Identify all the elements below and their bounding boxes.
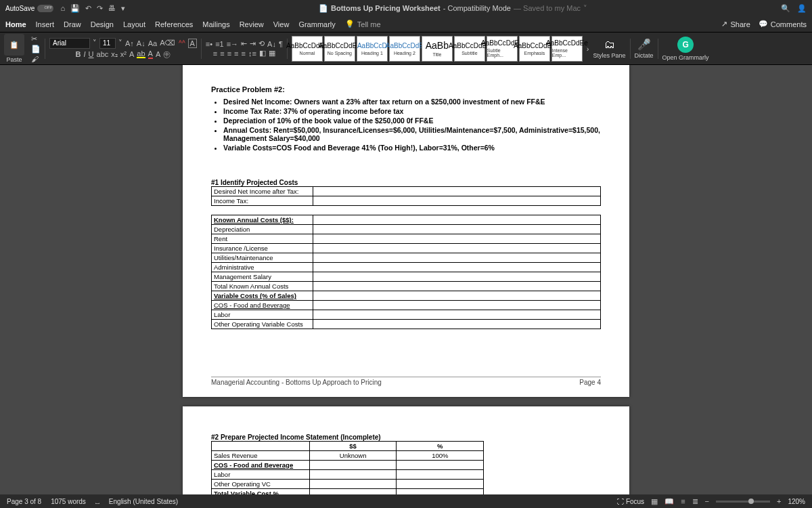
char-shading-icon[interactable]: A [156, 50, 160, 58]
sort-icon[interactable]: A↓ [267, 40, 276, 48]
bullet-list: Desired Net Income: Owners want a 23% af… [223, 98, 601, 152]
tab-grammarly[interactable]: Grammarly [298, 20, 335, 28]
subscript-icon[interactable]: x₂ [111, 50, 118, 59]
shading-icon[interactable]: ◧ [259, 49, 266, 58]
autosave-toggle[interactable]: AutoSave [5, 5, 53, 12]
zoom-out-icon[interactable]: − [705, 497, 709, 505]
undo-icon[interactable]: ↶ [85, 4, 91, 13]
tab-home[interactable]: Home [5, 20, 26, 28]
practice-title: Practice Problem #2: [211, 85, 601, 93]
save-icon[interactable]: 💾 [70, 4, 80, 13]
search-icon[interactable]: 🔍 [781, 4, 790, 13]
borders-icon[interactable]: ▦ [269, 49, 275, 58]
font-color-icon[interactable]: A [148, 49, 153, 59]
inc-indent-icon[interactable]: ⇥ [250, 39, 256, 48]
section-1-title: #1 Identify Projected Costs [211, 179, 601, 186]
dec-indent-icon[interactable]: ⇤ [241, 39, 247, 48]
clear-format-icon[interactable]: A⌫ [160, 39, 175, 47]
styles-pane-button[interactable]: 🗂Styles Pane [593, 39, 626, 59]
page-indicator[interactable]: Page 3 of 8 [7, 498, 41, 505]
distributed-icon[interactable]: ≡ [242, 49, 246, 58]
style-title[interactable]: AaBbTitle [422, 36, 453, 62]
phonetic-icon[interactable]: ᴬᴬ [179, 39, 185, 47]
tab-review[interactable]: Review [240, 20, 264, 28]
word-count[interactable]: 1075 words [51, 498, 86, 505]
numbering-icon[interactable]: ≡1 [215, 40, 224, 48]
cut-icon[interactable]: ✂ [31, 35, 41, 43]
tab-design[interactable]: Design [91, 20, 114, 28]
style-heading-1[interactable]: AaBbCcDHeading 1 [357, 36, 388, 62]
italic-icon[interactable]: I [84, 50, 86, 58]
section-2-title: #2 Prepare Projected Income Statement (I… [211, 433, 601, 441]
paste-button[interactable]: 📋 [4, 34, 24, 56]
print-layout-icon[interactable]: ▦ [651, 497, 658, 506]
line-spacing-icon[interactable]: ↕≡ [248, 49, 256, 58]
style-intense-emp-[interactable]: AaBbCcDdEeIntense Emp... [551, 36, 583, 62]
dictate-button[interactable]: 🎤Dictate [635, 38, 654, 59]
style-subtle-emph-[interactable]: AaBbCcDdEeSubtle Emph... [487, 36, 518, 62]
tab-mailings[interactable]: Mailings [202, 20, 229, 28]
styles-more-icon[interactable]: › [587, 45, 589, 53]
home-icon[interactable]: ⌂ [60, 4, 65, 13]
text-effects-icon[interactable]: A [129, 50, 134, 58]
ribbon-tabs: Home Insert Draw Design Layout Reference… [0, 16, 812, 33]
zoom-value[interactable]: 120% [788, 498, 805, 505]
align-right-icon[interactable]: ≡ [227, 49, 231, 58]
outline-icon[interactable]: ≣ [692, 497, 698, 506]
font-selector[interactable]: Arial [49, 38, 90, 49]
tab-references[interactable]: References [155, 20, 193, 28]
tab-draw[interactable]: Draw [64, 20, 81, 28]
bold-icon[interactable]: B [76, 50, 81, 58]
grammarly-button[interactable]: GOpen Grammarly [662, 37, 709, 61]
change-case-icon[interactable]: Aa [148, 39, 157, 47]
align-center-icon[interactable]: ≡ [220, 49, 224, 58]
paragraph-mark-icon[interactable]: ¶ [279, 40, 283, 48]
status-bar: Page 3 of 8 1075 words ⎵ English (United… [0, 494, 812, 508]
zoom-slider[interactable] [716, 501, 770, 503]
underline-icon[interactable]: U [89, 50, 94, 58]
align-left-icon[interactable]: ≡ [213, 49, 217, 58]
spell-icon[interactable]: ⎵ [95, 498, 99, 505]
costs-table: Desired Net Income after Tax:Income Tax:… [211, 186, 601, 329]
account-icon[interactable]: 👤 [797, 4, 807, 13]
bullets-icon[interactable]: ≡• [206, 40, 212, 48]
style-emphasis[interactable]: AaBbCcDdEeEmphasis [519, 36, 550, 62]
styles-gallery[interactable]: AaBbCcDdEeNormalAaBbCcDdEeNo SpacingAaBb… [292, 36, 583, 62]
window-title: 📄 Bottoms Up Pricing Worksheet - Compati… [125, 4, 781, 13]
char-border-icon[interactable]: A [188, 39, 197, 48]
share-button[interactable]: ↗ Share [721, 20, 750, 28]
highlight-icon[interactable]: ab [137, 50, 145, 58]
copy-icon[interactable]: 📄 [31, 45, 41, 54]
document-canvas[interactable]: Practice Problem #2: Desired Net Income:… [0, 65, 812, 494]
enclose-icon[interactable]: ㊥ [163, 49, 171, 60]
page: #2 Prepare Projected Income Statement (I… [183, 406, 629, 494]
tab-layout[interactable]: Layout [123, 20, 145, 28]
superscript-icon[interactable]: x² [120, 50, 127, 58]
style-no-spacing[interactable]: AaBbCcDdEeNo Spacing [324, 36, 355, 62]
language-indicator[interactable]: English (United States) [109, 498, 178, 505]
strike-icon[interactable]: abc [97, 50, 109, 58]
tab-insert[interactable]: Insert [36, 20, 55, 28]
justify-icon[interactable]: ≡ [234, 49, 238, 58]
print-icon[interactable]: 🖶 [108, 4, 116, 13]
tell-me[interactable]: 💡 Tell me [345, 20, 381, 28]
size-selector[interactable]: 11 [99, 38, 116, 49]
focus-mode[interactable]: ⛶ Focus [617, 498, 644, 505]
ribbon: 📋 Paste ✂ 📄 🖌 Arial ˅ 11 ˅ A↑ A↓ Aa A⌫ ᴬ… [0, 33, 812, 65]
format-painter-icon[interactable]: 🖌 [31, 55, 41, 63]
titlebar: AutoSave ⌂ 💾 ↶ ↷ 🖶 ▾ 📄 Bottoms Up Pricin… [0, 0, 812, 16]
comments-button[interactable]: 💬 Comments [759, 20, 807, 28]
tab-view[interactable]: View [273, 20, 290, 28]
style-normal[interactable]: AaBbCcDdEeNormal [292, 36, 323, 62]
page-footer-right: Page 4 [579, 379, 601, 386]
multilevel-icon[interactable]: ≡→ [227, 40, 238, 48]
grow-font-icon[interactable]: A↑ [125, 39, 134, 47]
read-mode-icon[interactable]: 📖 [664, 497, 674, 506]
shrink-font-icon[interactable]: A↓ [137, 39, 145, 47]
redo-icon[interactable]: ↷ [97, 4, 103, 13]
asian-layout-icon[interactable]: ⟲ [258, 39, 265, 48]
web-layout-icon[interactable]: ≡ [681, 497, 685, 505]
zoom-in-icon[interactable]: + [777, 497, 781, 505]
style-subtitle[interactable]: AaBbCcDdEeSubtitle [454, 36, 485, 62]
style-heading-2[interactable]: AaBbCcDdEHeading 2 [389, 36, 420, 62]
